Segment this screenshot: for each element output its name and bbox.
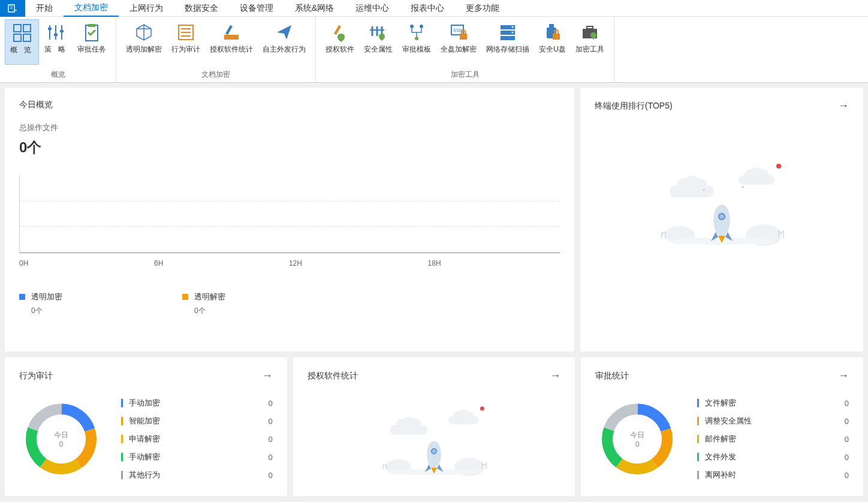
legend-item: 透明加密0个 — [19, 291, 62, 316]
pen-shield-icon — [330, 23, 349, 42]
tab-1[interactable]: 文档加密 — [64, 0, 119, 17]
arrow-right-icon[interactable]: → — [262, 369, 273, 382]
tab-2[interactable]: 上网行为 — [119, 0, 174, 17]
approval-stat-list: 文件解密0调整安全属性0邮件解密0文件外发0离网补时0 — [697, 394, 849, 484]
stat-row: 智能加密0 — [121, 412, 273, 430]
tab-3[interactable]: 数据安全 — [174, 0, 229, 17]
menu-icon: ▾ — [7, 3, 18, 14]
stat-color-bar — [121, 399, 123, 407]
stat-label-text: 文件外发 — [705, 452, 736, 462]
stat-row: 手动加密0 — [121, 394, 273, 412]
legend-item: 透明解密0个 — [182, 291, 225, 316]
ribbon-button-flow[interactable]: 审批模板 — [397, 19, 436, 65]
panel-title: 授权软件统计 — [308, 371, 358, 381]
top-tab-bar: ▾ 开始文档加密上网行为数据安全设备管理系统&网络运维中心报表中心更多功能 — [0, 0, 868, 17]
svg-rect-6 — [14, 34, 21, 41]
ribbon-group-0: 概 览策 略审批任务概览 — [0, 17, 116, 82]
usb-lock-icon — [543, 23, 562, 42]
list-icon — [176, 23, 195, 42]
empty-state-illustration — [595, 124, 849, 280]
stat-value: 0 — [845, 399, 849, 408]
tab-6[interactable]: 运维中心 — [345, 0, 400, 17]
svg-rect-11 — [48, 28, 52, 30]
stat-row: 文件外发0 — [697, 448, 849, 466]
legend-swatch — [19, 294, 25, 300]
stat-row: 文件解密0 — [697, 394, 849, 412]
ribbon-group-label: 概览 — [0, 67, 116, 82]
ribbon-button-label: 全盘加解密 — [441, 44, 477, 55]
ribbon-button-pen-shield[interactable]: 授权软件 — [321, 19, 359, 65]
ribbon-button-label: 策 略 — [44, 44, 68, 55]
dashboard: 今日概览 总操作文件 0个 0H6H12H18H 透明加密0个透明解密0个 终端… — [0, 83, 868, 501]
approval-donut-chart: 今日 0 — [595, 397, 679, 481]
ribbon-button-label: 审批任务 — [77, 44, 106, 55]
fence-shield-icon — [369, 23, 388, 42]
svg-point-34 — [512, 26, 514, 28]
arrow-right-icon[interactable]: → — [550, 369, 560, 382]
stat-label-text: 调整安全属性 — [705, 416, 752, 426]
tab-8[interactable]: 更多功能 — [455, 0, 510, 17]
stat-row: 离网补时0 — [697, 466, 849, 484]
stat-color-bar — [121, 435, 123, 443]
svg-rect-7 — [23, 34, 31, 41]
empty-state-illustration — [308, 394, 561, 484]
stat-color-bar — [697, 435, 699, 443]
stat-color-bar — [121, 471, 123, 479]
ribbon-button-grid[interactable]: 概 览 — [5, 19, 39, 65]
svg-rect-12 — [54, 34, 58, 36]
overview-line-chart — [19, 175, 560, 253]
stat-value: 0 — [268, 417, 272, 426]
arrow-right-icon[interactable]: → — [838, 100, 849, 112]
panel-title: 今日概览 — [19, 100, 53, 110]
ribbon-toolbar: 概 览策 略审批任务概览透明加解密行为审计授权软件统计自主外发行为文档加密授权软… — [0, 17, 868, 83]
behavior-audit-panel: 行为审计 → 今日 0 手动加密0智能 — [5, 357, 287, 496]
legend-count: 0个 — [194, 306, 225, 316]
stat-row: 调整安全属性0 — [697, 412, 849, 430]
tab-0[interactable]: 开始 — [25, 0, 64, 17]
metric-label: 总操作文件 — [19, 122, 560, 133]
svg-rect-33 — [501, 36, 515, 40]
legend-name: 透明加密 — [31, 291, 62, 302]
behavior-donut-chart: 今日 0 — [19, 397, 103, 481]
svg-rect-20 — [224, 35, 239, 40]
today-overview-panel: 今日概览 总操作文件 0个 0H6H12H18H 透明加密0个透明解密0个 — [5, 88, 574, 351]
ribbon-button-cube[interactable]: 透明加解密 — [121, 19, 167, 65]
paper-plane-icon — [275, 23, 294, 42]
ribbon-button-usb-lock[interactable]: 安全U盘 — [534, 19, 571, 65]
clipboard-check-icon — [82, 23, 101, 42]
svg-rect-15 — [88, 24, 95, 27]
ribbon-button-label: 自主外发行为 — [263, 44, 306, 55]
ribbon-button-list[interactable]: 行为审计 — [167, 19, 205, 65]
stat-row: 申请解密0 — [121, 430, 273, 448]
svg-rect-4 — [14, 25, 21, 32]
ribbon-button-sliders[interactable]: 策 略 — [39, 19, 73, 65]
app-menu-button[interactable]: ▾ — [0, 0, 25, 17]
tab-7[interactable]: 报表中心 — [400, 0, 455, 17]
stat-row: 手动解密0 — [121, 448, 273, 466]
approval-stats-panel: 审批统计 → 今日 0 文件解密0调整 — [581, 357, 863, 496]
stat-value: 0 — [268, 435, 272, 444]
ribbon-button-label: 透明加解密 — [126, 44, 162, 55]
stat-label-text: 文件解密 — [705, 398, 736, 408]
stat-value: 0 — [268, 453, 272, 462]
tab-4[interactable]: 设备管理 — [229, 0, 284, 17]
svg-point-25 — [410, 25, 414, 28]
ribbon-button-label: 网络存储扫描 — [486, 44, 529, 55]
donut-center-value: 0 — [630, 440, 644, 449]
arrow-right-icon[interactable]: → — [838, 369, 849, 382]
ribbon-button-paper-plane[interactable]: 自主外发行为 — [258, 19, 311, 65]
svg-rect-40 — [587, 26, 593, 29]
ribbon-button-clipboard-check[interactable]: 审批任务 — [73, 19, 111, 65]
svg-point-44 — [776, 164, 781, 169]
ribbon-button-ssd-lock[interactable]: SSD全盘加解密 — [436, 19, 481, 65]
stat-label-text: 申请解密 — [129, 434, 160, 444]
svg-rect-38 — [553, 34, 560, 40]
ribbon-button-fence-shield[interactable]: 安全属性 — [359, 19, 397, 65]
panel-title: 行为审计 — [19, 371, 53, 381]
x-axis-tick: 18H — [428, 259, 441, 267]
ribbon-button-briefcase-shield[interactable]: 加密工具 — [571, 19, 609, 65]
ribbon-button-pencil-ruler[interactable]: 授权软件统计 — [205, 19, 258, 65]
tab-5[interactable]: 系统&网络 — [284, 0, 345, 17]
chart-legend: 透明加密0个透明解密0个 — [19, 291, 560, 316]
ribbon-button-servers[interactable]: 网络存储扫描 — [481, 19, 534, 65]
